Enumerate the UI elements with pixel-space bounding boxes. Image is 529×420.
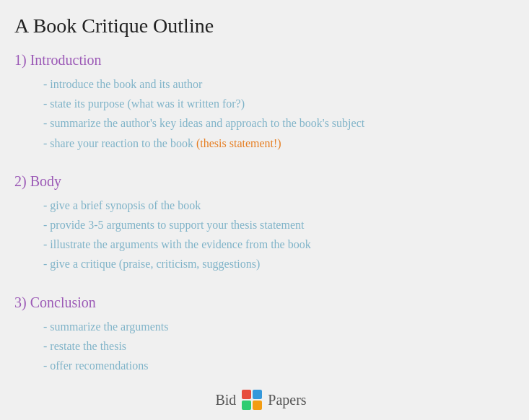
- section-introduction: 1) Introduction introduce the book and i…: [14, 52, 507, 153]
- brand-logo: [242, 390, 262, 410]
- section-heading-introduction: 1) Introduction: [14, 52, 507, 69]
- list-item: restate the thesis: [43, 336, 507, 356]
- introduction-bullets: introduce the book and its author state …: [14, 74, 507, 153]
- body-bullets: give a brief synopsis of the book provid…: [14, 196, 507, 274]
- section-conclusion: 3) Conclusion summarize the arguments re…: [14, 294, 507, 376]
- list-item: illustrate the arguments with the eviden…: [43, 235, 507, 254]
- logo-cell-blue: [253, 390, 262, 399]
- list-item: offer recomendations: [43, 356, 507, 375]
- list-item: state its purpose (what was it written f…: [43, 94, 507, 113]
- list-item: summarize the author's key ideas and app…: [43, 113, 507, 133]
- section-heading-body: 2) Body: [14, 173, 507, 190]
- list-item: share your reaction to the book (thesis …: [43, 134, 507, 153]
- conclusion-bullets: summarize the arguments restate the thes…: [14, 317, 507, 376]
- page-title: A Book Critique Outline: [14, 14, 507, 38]
- logo-cell-red: [242, 390, 251, 399]
- list-item: summarize the arguments: [43, 317, 507, 336]
- logo-cell-orange: [253, 401, 262, 410]
- footer: Bid Papers: [14, 390, 507, 410]
- list-item: give a brief synopsis of the book: [43, 196, 507, 215]
- brand-left: Bid: [215, 392, 236, 408]
- list-item: provide 3-5 arguments to support your th…: [43, 215, 507, 235]
- logo-cell-green: [242, 401, 251, 410]
- section-body: 2) Body give a brief synopsis of the boo…: [14, 173, 507, 274]
- thesis-highlight: (thesis statement!): [196, 137, 281, 149]
- list-item: give a critique (praise, criticism, sugg…: [43, 254, 507, 274]
- brand-right: Papers: [268, 392, 306, 408]
- list-item: introduce the book and its author: [43, 74, 507, 94]
- section-heading-conclusion: 3) Conclusion: [14, 294, 507, 311]
